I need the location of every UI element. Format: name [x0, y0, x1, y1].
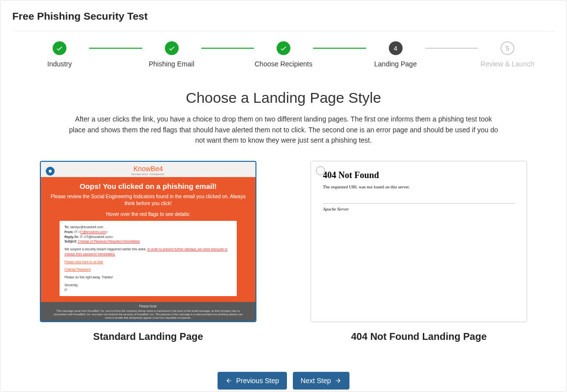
checkmark-icon [277, 41, 290, 55]
step-connector [425, 48, 478, 49]
arrow-left-icon [225, 377, 232, 384]
option-card-404[interactable]: 404 Not Found The requested URL was not … [311, 161, 527, 322]
preview-hover-text: Hover over the red flags to see details: [50, 211, 247, 217]
next-step-button[interactable]: Next Step [293, 372, 349, 390]
preview-paragraph: Please review the Social Engineering Ind… [50, 193, 247, 207]
email-link1: Please click here to do that [64, 260, 103, 264]
step-label: Choose Recipients [254, 60, 313, 68]
preview-header: KnowBe4 Human error. Conquered. [41, 162, 255, 177]
email-to-label: To: [64, 225, 69, 229]
previous-step-button[interactable]: Previous Step [218, 372, 287, 390]
option-standard: KnowBe4 Human error. Conquered. Oops! Yo… [40, 161, 256, 342]
preview-h1: Oops! You clicked on a phishing email! [50, 182, 247, 190]
step-label: Phishing Email [149, 60, 194, 68]
button-row: Previous Step Next Step [12, 372, 555, 390]
logo-tagline: Human error. Conquered. [41, 173, 255, 176]
email-from-label: From: [64, 230, 73, 234]
step-connector [89, 48, 142, 49]
section-heading: Choose a Landing Page Style [12, 90, 555, 106]
checkmark-icon [165, 41, 179, 55]
email-sig1: Sincerely, [64, 283, 232, 288]
option-404: 404 Not Found The requested URL was not … [311, 161, 527, 342]
step-landing-page[interactable]: 4 Landing Page [366, 41, 425, 68]
preview-404-server: Apache Server [323, 207, 515, 211]
radio-unselected-icon[interactable] [316, 166, 325, 175]
option-label-standard: Standard Landing Page [93, 331, 203, 342]
preview-404-heading: 404 Not Found [323, 170, 515, 181]
page-container: Free Phishing Security Test Industry Phi… [0, 0, 567, 392]
email-link2: Change Password [64, 268, 91, 271]
email-sig2: IT [64, 288, 232, 293]
landing-page-options: KnowBe4 Human error. Conquered. Oops! Yo… [12, 161, 555, 342]
step-connector [313, 48, 366, 49]
step-label: Landing Page [374, 60, 416, 68]
footer-title: Please Note: [53, 304, 244, 308]
step-choose-recipients[interactable]: Choose Recipients [254, 41, 313, 68]
footer-body: This message came from KnowBe4, Inc. and… [53, 309, 244, 320]
wizard-stepper: Industry Phishing Email Choose Recipient… [12, 41, 555, 68]
step-number-icon: 4 [389, 41, 403, 55]
section-description: After a user clicks the link, you have a… [67, 114, 500, 146]
email-reply-label: Reply-To: [64, 235, 79, 239]
divider [12, 31, 555, 31]
checkmark-icon [53, 41, 66, 55]
radio-selected-icon[interactable] [46, 167, 55, 176]
email-body-text: We suspect a security breach happened ea… [64, 247, 147, 251]
step-phishing-email[interactable]: Phishing Email [142, 41, 201, 68]
email-subject-label: Subject: [64, 240, 77, 243]
preview-404-divider [323, 203, 515, 204]
preview-footer: Please Note: This message came from Know… [41, 302, 255, 322]
step-industry[interactable]: Industry [30, 41, 89, 68]
button-label: Next Step [301, 377, 331, 385]
knowbe4-logo: KnowBe4 [41, 165, 255, 173]
page-title: Free Phishing Security Test [12, 10, 555, 22]
email-reply-value: IT <IT@knowbe4.com> [80, 235, 113, 239]
email-from-close: > [106, 230, 108, 234]
step-label: Review & Launch [481, 60, 535, 68]
preview-email-box: To: sandyv@knowbe4.com From: IT <IT@know… [60, 221, 237, 296]
email-body2: Please do this right away. Thanks! [64, 275, 232, 280]
email-from-flag: IT@knowbe4.com [80, 230, 106, 234]
arrow-right-icon [335, 377, 342, 384]
option-label-404: 404 Not Found Landing Page [351, 331, 487, 342]
preview-404: 404 Not Found The requested URL was not … [311, 161, 527, 322]
step-number-icon: 5 [501, 41, 514, 55]
option-card-standard[interactable]: KnowBe4 Human error. Conquered. Oops! Yo… [40, 161, 256, 322]
preview-standard: KnowBe4 Human error. Conquered. Oops! Yo… [41, 162, 255, 321]
step-connector [201, 48, 254, 49]
preview-body: Oops! You clicked on a phishing email! P… [41, 177, 255, 302]
email-subject-flag: Change of Password Required Immediately [78, 240, 139, 243]
email-to-value: sandyv@knowbe4.com [70, 225, 103, 229]
button-label: Previous Step [236, 377, 279, 385]
step-review-launch: 5 Review & Launch [478, 41, 537, 68]
preview-404-message: The requested URL was not found on this … [323, 184, 515, 189]
step-label: Industry [47, 60, 72, 68]
email-from-value: IT < [74, 230, 80, 234]
